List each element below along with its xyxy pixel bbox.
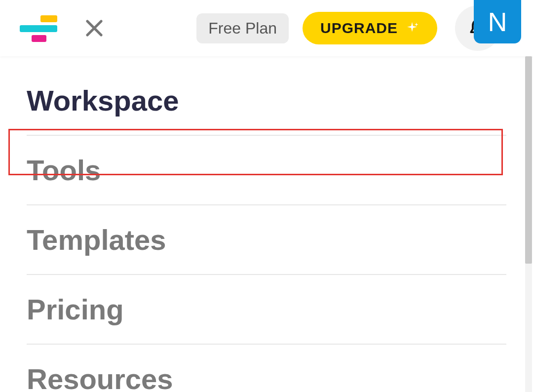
menu-item-resources[interactable]: Resources (27, 345, 506, 392)
menu-item-templates[interactable]: Templates (27, 205, 506, 275)
plan-badge: Free Plan (196, 13, 289, 43)
menu-item-workspace[interactable]: Workspace (27, 66, 506, 136)
close-menu-button[interactable] (82, 16, 107, 40)
scrollbar-thumb[interactable] (525, 56, 532, 264)
sparkle-icon (405, 21, 419, 36)
menu-scroll-area: Workspace Tools Templates Pricing Resour… (0, 56, 533, 392)
user-avatar[interactable]: N (474, 0, 521, 43)
upgrade-button[interactable]: UPGRADE (303, 12, 437, 44)
app-header: Free Plan UPGRADE N (0, 0, 533, 56)
menu-item-tools[interactable]: Tools (27, 136, 506, 205)
close-icon (84, 18, 105, 39)
app-logo[interactable] (20, 15, 57, 41)
upgrade-label: UPGRADE (320, 20, 398, 37)
menu-item-pricing[interactable]: Pricing (27, 275, 506, 345)
main-menu: Workspace Tools Templates Pricing Resour… (0, 56, 533, 392)
avatar-initial: N (488, 6, 507, 37)
